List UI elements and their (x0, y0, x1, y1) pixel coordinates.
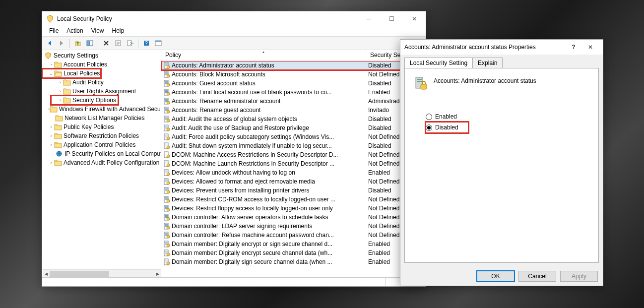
policy-row[interactable]: Audit: Audit the use of Backup and Resto… (161, 123, 426, 132)
policy-row[interactable]: DCOM: Machine Access Restrictions in Sec… (161, 150, 426, 159)
folder-icon (54, 132, 62, 139)
export-button[interactable] (125, 38, 135, 49)
tree-item-advanced-audit[interactable]: › Advanced Audit Policy Configuration (42, 158, 161, 167)
policy-row[interactable]: Domain controller: Refuse machine accoun… (161, 231, 426, 240)
policy-row[interactable]: Devices: Allowed to format and eject rem… (161, 177, 426, 186)
menu-action[interactable]: Action (63, 26, 87, 36)
policy-icon (163, 133, 170, 140)
tree-pane[interactable]: Security Settings › Account Policies ⌄ L… (42, 50, 161, 277)
scroll-thumb[interactable] (50, 271, 109, 277)
policy-row[interactable]: Accounts: Limit local account use of bla… (161, 88, 426, 97)
policy-icon (163, 151, 170, 158)
policy-row[interactable]: Devices: Prevent users from installing p… (161, 186, 426, 195)
svg-rect-132 (165, 260, 168, 260)
svg-point-55 (167, 119, 170, 122)
chevron-right-icon[interactable]: › (48, 62, 54, 67)
cancel-button[interactable]: Cancel (518, 271, 556, 282)
policy-row[interactable]: Devices: Restrict CD-ROM access to local… (161, 195, 426, 204)
policy-row[interactable]: Audit: Audit the access of global system… (161, 115, 426, 123)
apply-button[interactable]: Apply (560, 271, 598, 282)
svg-rect-42 (165, 99, 168, 100)
svg-rect-99 (165, 199, 167, 200)
dialog-titlebar[interactable]: Accounts: Administrator account status P… (400, 40, 603, 55)
policy-name: Accounts: Guest account status (172, 80, 256, 87)
policy-row[interactable]: Audit: Shut down system immediately if u… (161, 141, 426, 150)
policy-row[interactable]: Domain member: Digitally sign secure cha… (161, 257, 426, 266)
policy-row[interactable]: Accounts: Block Microsoft accountsNot De… (161, 70, 426, 79)
tree-item-software-restriction[interactable]: › Software Restriction Policies (42, 131, 161, 140)
chevron-down-icon[interactable]: ⌄ (48, 71, 54, 76)
tree-root[interactable]: Security Settings (42, 51, 161, 60)
scroll-left-icon[interactable]: ◀ (43, 270, 50, 277)
svg-rect-67 (165, 144, 168, 144)
chevron-right-icon[interactable]: › (57, 80, 63, 85)
tree-item-account-policies[interactable]: › Account Policies (42, 60, 161, 69)
tree-item-network-list[interactable]: Network List Manager Policies (42, 114, 161, 123)
policy-row[interactable]: Devices: Restrict floppy access to local… (161, 204, 426, 213)
chevron-right-icon[interactable]: › (57, 98, 63, 103)
svg-rect-20 (55, 161, 62, 166)
properties-button[interactable] (113, 38, 124, 49)
tab-explain[interactable]: Explain (472, 58, 503, 68)
menu-file[interactable]: File (45, 26, 63, 36)
chevron-right-icon[interactable]: › (57, 89, 63, 94)
tree-item-app-control[interactable]: › Application Control Policies (42, 140, 161, 149)
policy-row[interactable]: Accounts: Rename guest accountInvitado (161, 106, 426, 115)
policy-row[interactable]: Accounts: Guest account statusDisabled (161, 79, 426, 88)
policy-row[interactable]: Domain member: Digitally encrypt or sign… (161, 240, 426, 248)
chevron-right-icon[interactable]: › (48, 124, 54, 129)
help-button[interactable]: ? (141, 38, 152, 49)
tree-item-ipsec[interactable]: IP Security Policies on Local Computer (42, 149, 161, 158)
delete-button[interactable] (101, 38, 112, 49)
tree-item-label: Local Policies (64, 70, 100, 77)
chevron-right-icon[interactable]: › (48, 133, 54, 138)
menu-view[interactable]: View (87, 26, 108, 36)
svg-rect-113 (165, 225, 168, 226)
policy-row[interactable]: Audit: Force audit policy subcategory se… (161, 132, 426, 141)
chevron-right-icon[interactable]: › (48, 142, 54, 147)
policy-cell: Accounts: Guest account status (161, 80, 366, 87)
policy-row[interactable]: Devices: Allow undock without having to … (161, 168, 426, 177)
column-header-policy[interactable]: Policy ▴ (161, 50, 366, 61)
dialog-help-button[interactable]: ? (565, 40, 582, 55)
tree-item-audit-policy[interactable]: › Audit Policy (42, 78, 161, 87)
svg-point-60 (167, 128, 170, 131)
tree-item-user-rights[interactable]: › User Rights Assignment (42, 87, 161, 96)
policy-row[interactable]: Domain controller: Allow server operator… (161, 213, 426, 222)
tab-local-security-setting[interactable]: Local Security Setting (404, 58, 473, 68)
tree-item-public-key[interactable]: › Public Key Policies (42, 123, 161, 131)
forward-button[interactable] (56, 38, 67, 49)
close-button[interactable]: ✕ (403, 11, 426, 26)
maximize-button[interactable]: ☐ (380, 11, 403, 26)
svg-rect-134 (165, 262, 167, 262)
tree-item-firewall[interactable]: › Windows Firewall with Advanced Securit… (42, 105, 161, 114)
tree-item-security-options[interactable]: › Security Options (51, 96, 118, 105)
policy-row[interactable]: Domain member: Digitally encrypt secure … (161, 248, 426, 257)
ok-button[interactable]: OK (477, 271, 515, 282)
up-button[interactable] (72, 38, 83, 49)
minimize-button[interactable]: ─ (357, 11, 380, 26)
policy-name: Accounts: Limit local account use of bla… (172, 89, 332, 96)
policy-row[interactable]: Accounts: Administrator account statusDi… (161, 61, 426, 70)
tree-horizontal-scrollbar[interactable]: ◀ ▶ (43, 269, 161, 277)
tree-item-local-policies[interactable]: ⌄ Local Policies (42, 69, 101, 78)
chevron-right-icon[interactable]: › (48, 160, 54, 165)
policy-row[interactable]: DCOM: Machine Launch Restrictions in Sec… (161, 159, 426, 168)
back-button[interactable] (44, 38, 55, 49)
policy-cell: Accounts: Limit local account use of bla… (161, 89, 366, 96)
radio-disabled[interactable]: Disabled (426, 122, 468, 133)
svg-point-65 (167, 137, 170, 140)
policy-row[interactable]: Domain controller: LDAP server signing r… (161, 222, 426, 231)
scroll-right-icon[interactable]: ▶ (154, 270, 161, 277)
radio-enabled[interactable]: Enabled (426, 111, 590, 122)
titlebar[interactable]: Local Security Policy ─ ☐ ✕ (42, 11, 426, 26)
show-hide-tree-button[interactable] (84, 38, 95, 49)
list-body[interactable]: Accounts: Administrator account statusDi… (161, 61, 426, 277)
menu-help[interactable]: Help (108, 26, 129, 36)
svg-point-25 (167, 65, 170, 68)
dialog-close-button[interactable]: ✕ (582, 40, 599, 55)
tree-item-label: Public Key Policies (64, 123, 114, 130)
view-button[interactable] (153, 38, 164, 49)
policy-row[interactable]: Accounts: Rename administrator accountAd… (161, 97, 426, 106)
svg-point-105 (167, 208, 170, 211)
